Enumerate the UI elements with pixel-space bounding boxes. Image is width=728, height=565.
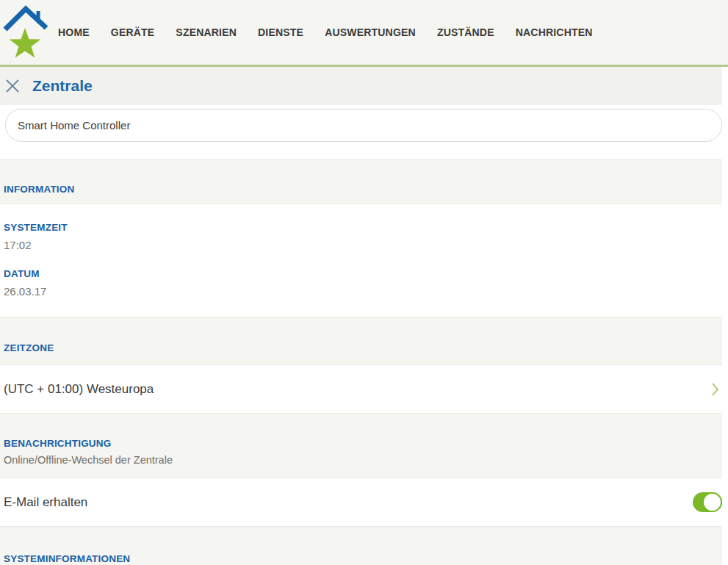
information-fields: SYSTEMZEIT 17:02 DATUM 26.03.17	[0, 204, 728, 317]
nav-item-geraete[interactable]: GERÄTE	[111, 26, 155, 38]
field-datum: DATUM 26.03.17	[4, 268, 722, 298]
nav-item-auswertungen[interactable]: AUSWERTUNGEN	[325, 26, 416, 38]
section-title: INFORMATION	[4, 184, 722, 195]
section-title: SYSTEMINFORMATIONEN	[4, 553, 722, 564]
close-icon[interactable]	[4, 78, 21, 94]
toggle-knob	[702, 492, 722, 512]
field-label: SYSTEMZEIT	[4, 222, 722, 233]
section-subtitle: Online/Offline-Wechsel der Zentrale	[4, 454, 722, 466]
nav-item-nachrichten[interactable]: NACHRICHTEN	[516, 26, 593, 38]
section-header-information: INFORMATION	[0, 159, 722, 204]
smarthome-logo-icon[interactable]	[3, 3, 50, 65]
nav-item-szenarien[interactable]: SZENARIEN	[176, 26, 237, 38]
nav-item-dienste[interactable]: DIENSTE	[258, 26, 303, 38]
device-name-input[interactable]	[5, 109, 722, 142]
device-name-section	[0, 105, 728, 159]
section-title: ZEITZONE	[4, 342, 722, 353]
panel-title: Zentrale	[32, 77, 93, 95]
chevron-right-icon[interactable]	[712, 383, 719, 396]
email-toggle[interactable]	[693, 492, 722, 512]
nav-item-zustaende[interactable]: ZUSTÄNDE	[437, 26, 494, 38]
field-value: 17:02	[4, 239, 722, 251]
section-title: BENACHRICHTIGUNG	[4, 438, 722, 449]
panel-header: Zentrale	[0, 67, 722, 105]
field-systemzeit: SYSTEMZEIT 17:02	[4, 222, 722, 251]
top-nav-bar: HOME GERÄTE SZENARIEN DIENSTE AUSWERTUNG…	[0, 0, 728, 67]
smarthome-app: HOME GERÄTE SZENARIEN DIENSTE AUSWERTUNG…	[0, 0, 728, 565]
section-header-zeitzone: ZEITZONE	[0, 317, 722, 365]
timezone-row[interactable]: (UTC + 01:00) Westeuropa	[0, 365, 728, 413]
timezone-value: (UTC + 01:00) Westeuropa	[4, 382, 712, 397]
email-row: E-Mail erhalten	[0, 478, 728, 526]
section-header-benachrichtigung: BENACHRICHTIGUNG Online/Offline-Wechsel …	[0, 413, 722, 478]
section-header-systeminformationen: SYSTEMINFORMATIONEN	[0, 526, 722, 565]
field-label: DATUM	[4, 268, 722, 279]
field-value: 26.03.17	[4, 285, 722, 298]
email-toggle-label: E-Mail erhalten	[4, 495, 693, 510]
nav-item-home[interactable]: HOME	[58, 26, 90, 38]
main-nav: HOME GERÄTE SZENARIEN DIENSTE AUSWERTUNG…	[58, 0, 593, 65]
